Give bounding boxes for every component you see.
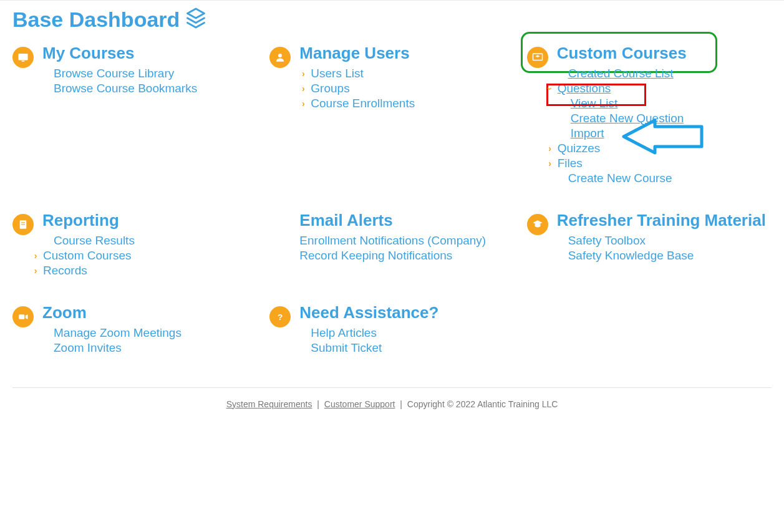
graduation-cap-icon	[527, 214, 548, 235]
video-icon	[12, 306, 34, 327]
link-import[interactable]: Import	[571, 127, 604, 140]
email-alerts-title[interactable]: Email Alerts	[299, 211, 514, 230]
link-record-notifications[interactable]: Record Keeping Notifications	[299, 249, 452, 263]
link-browse-bookmarks[interactable]: Browse Course Bookmarks	[54, 82, 197, 95]
link-reporting-custom-courses[interactable]: Custom Courses	[43, 249, 132, 263]
link-create-new-question[interactable]: Create New Question	[571, 112, 684, 125]
page-title: Base Dashboard	[12, 7, 180, 32]
link-system-requirements[interactable]: System Requirements	[226, 399, 312, 409]
svg-text:?: ?	[278, 312, 283, 321]
link-zoom-invites[interactable]: Zoom Invites	[54, 341, 122, 355]
card-zoom: Zoom Manage Zoom Meetings Zoom Invites	[12, 304, 257, 356]
svg-rect-8	[19, 314, 24, 319]
monitor-icon	[12, 47, 34, 68]
link-groups[interactable]: Groups	[311, 82, 349, 95]
chevron-right-icon: ›	[299, 84, 307, 94]
svg-rect-7	[21, 224, 25, 225]
question-icon: ?	[269, 306, 291, 327]
card-email-alerts: Email Alerts Enrollment Notifications (C…	[269, 211, 514, 279]
footer-separator: |	[317, 399, 319, 409]
link-questions[interactable]: Questions	[558, 82, 611, 95]
link-enroll-notifications[interactable]: Enrollment Notifications (Company)	[299, 234, 486, 248]
link-course-results[interactable]: Course Results	[54, 234, 135, 248]
svg-point-3	[278, 54, 282, 57]
link-safety-knowledge[interactable]: Safety Knowledge Base	[568, 249, 694, 263]
custom-courses-title[interactable]: Custom Courses	[557, 44, 772, 63]
reporting-title[interactable]: Reporting	[42, 211, 257, 230]
svg-marker-9	[26, 314, 28, 319]
need-assistance-title[interactable]: Need Assistance?	[299, 304, 514, 322]
footer: System Requirements | Customer Support |…	[12, 387, 772, 428]
footer-separator: |	[400, 399, 402, 409]
svg-marker-0	[188, 9, 205, 18]
card-manage-users: Manage Users ›Users List ›Groups ›Course…	[269, 44, 514, 186]
link-users-list[interactable]: Users List	[311, 67, 363, 80]
chevron-right-icon: ›	[299, 99, 307, 109]
graduation-monitor-icon	[527, 47, 548, 68]
chevron-right-icon: ›	[546, 143, 554, 153]
link-course-enrollments[interactable]: Course Enrollments	[311, 97, 415, 110]
user-icon	[269, 47, 291, 68]
link-created-course-list[interactable]: Created Course List	[568, 67, 674, 80]
card-need-assistance: ? Need Assistance? Help Articles Submit …	[269, 304, 514, 356]
refresher-title[interactable]: Refresher Training Material	[557, 211, 772, 230]
link-create-new-course[interactable]: Create New Course	[568, 172, 672, 185]
document-icon	[12, 214, 34, 235]
svg-rect-2	[22, 60, 25, 62]
chevron-down-icon: ›	[545, 85, 555, 92]
link-view-list[interactable]: View List	[571, 97, 618, 110]
link-customer-support[interactable]: Customer Support	[324, 399, 395, 409]
chevron-right-icon: ›	[32, 266, 39, 276]
chevron-right-icon: ›	[299, 69, 307, 79]
link-records[interactable]: Records	[43, 264, 87, 278]
link-safety-toolbox[interactable]: Safety Toolbox	[568, 234, 646, 248]
page-title-row: Base Dashboard	[12, 7, 772, 32]
svg-rect-6	[21, 222, 25, 223]
link-files[interactable]: Files	[558, 157, 583, 170]
card-reporting: Reporting Course Results ›Custom Courses…	[12, 211, 257, 279]
my-courses-title[interactable]: My Courses	[42, 44, 257, 63]
chevron-right-icon: ›	[546, 158, 554, 168]
stack-icon	[185, 7, 207, 32]
svg-rect-1	[19, 54, 28, 60]
chevron-right-icon: ›	[32, 251, 39, 261]
card-my-courses: My Courses Browse Course Library Browse …	[12, 44, 257, 186]
manage-users-title[interactable]: Manage Users	[299, 44, 514, 63]
footer-copyright: Copyright © 2022 Atlantic Training LLC	[407, 399, 558, 409]
card-custom-courses: Custom Courses Created Course List ›Ques…	[527, 44, 772, 186]
link-submit-ticket[interactable]: Submit Ticket	[311, 341, 382, 355]
zoom-title[interactable]: Zoom	[42, 304, 257, 322]
link-help-articles[interactable]: Help Articles	[311, 326, 377, 340]
link-browse-library[interactable]: Browse Course Library	[54, 67, 174, 80]
card-refresher: Refresher Training Material Safety Toolb…	[527, 211, 772, 279]
link-quizzes[interactable]: Quizzes	[558, 142, 601, 155]
link-manage-zoom-meetings[interactable]: Manage Zoom Meetings	[54, 326, 181, 340]
